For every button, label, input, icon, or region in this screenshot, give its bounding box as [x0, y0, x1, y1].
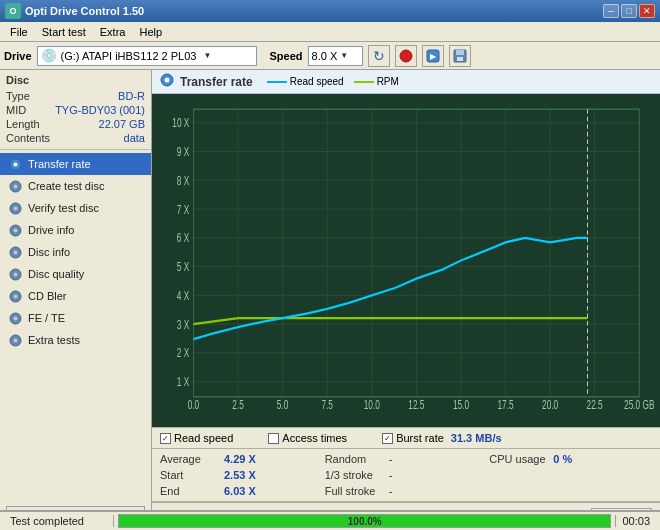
app-icon: O — [5, 3, 21, 19]
drive-selector[interactable]: 💿 (G:) ATAPI iHBS112 2 PL03 ▼ — [37, 46, 257, 66]
nav-cd-bler[interactable]: CD Bler — [0, 285, 151, 307]
legend-read-speed-color — [267, 81, 287, 83]
menu-help[interactable]: Help — [132, 24, 169, 40]
disc-row-length: Length 22.07 GB — [6, 117, 145, 131]
cb-burst-rate-label: Burst rate — [396, 432, 444, 444]
svg-text:20.0: 20.0 — [542, 398, 558, 411]
svg-text:0.0: 0.0 — [188, 398, 200, 411]
nav-drive-info-label: Drive info — [28, 224, 74, 236]
cb-read-speed-label: Read speed — [174, 432, 233, 444]
nav-create-test-disc-label: Create test disc — [28, 180, 104, 192]
svg-point-11 — [13, 206, 17, 210]
stat-third-stroke-value: - — [389, 469, 393, 481]
stat-full-stroke-label: Full stroke — [325, 485, 385, 497]
legend-read-speed-label: Read speed — [290, 76, 344, 87]
speed-value: 8.0 X — [312, 50, 338, 62]
cb-read-speed[interactable]: Read speed — [160, 432, 233, 444]
svg-point-17 — [13, 272, 17, 276]
svg-text:10 X: 10 X — [172, 117, 189, 130]
drive-label: Drive — [4, 50, 32, 62]
nav-drive-info[interactable]: Drive info — [0, 219, 151, 241]
svg-point-19 — [13, 294, 17, 298]
stat-row-cpu: CPU usage 0 % — [489, 452, 652, 466]
refresh-button[interactable]: ↻ — [368, 45, 390, 67]
svg-text:▶: ▶ — [430, 52, 437, 61]
stat-end-value: 6.03 X — [224, 485, 269, 497]
menu-start-test[interactable]: Start test — [35, 24, 93, 40]
disc-mid-label: MID — [6, 104, 26, 116]
stat-row-third-stroke: 1/3 stroke - — [325, 468, 488, 482]
main-layout: Disc Type BD-R MID TYG-BDY03 (001) Lengt… — [0, 70, 660, 530]
stats-area: Average 4.29 X Random - CPU usage 0 % St… — [152, 449, 660, 502]
speed-selector[interactable]: 8.0 X ▼ — [308, 46, 363, 66]
chart-title-icon — [160, 73, 174, 90]
checkbox-bar: Read speed Access times Burst rate 31.3 … — [152, 427, 660, 449]
cb-read-speed-box[interactable] — [160, 433, 171, 444]
disc-quality-icon — [8, 267, 22, 281]
nav-section: Transfer rate Create test disc Verify te… — [0, 150, 151, 502]
menu-extra[interactable]: Extra — [93, 24, 133, 40]
nav-transfer-rate-label: Transfer rate — [28, 158, 91, 170]
main-content: Transfer rate Read speed RPM — [152, 70, 660, 530]
status-text: Test completed — [4, 515, 114, 527]
burst-rate-value: 31.3 MB/s — [451, 432, 502, 444]
stat-average-label: Average — [160, 453, 220, 465]
close-button[interactable]: ✕ — [639, 4, 655, 18]
svg-point-9 — [13, 184, 17, 188]
stat-row-full-stroke: Full stroke - — [325, 484, 488, 498]
disc-row-type: Type BD-R — [6, 89, 145, 103]
nav-cd-bler-label: CD Bler — [28, 290, 67, 302]
svg-rect-5 — [457, 57, 463, 61]
action-btn-2[interactable]: ▶ — [422, 45, 444, 67]
stat-start-label: Start — [160, 469, 220, 481]
svg-point-21 — [13, 316, 17, 320]
svg-rect-4 — [456, 50, 464, 55]
svg-text:2.5: 2.5 — [232, 398, 244, 411]
nav-transfer-rate[interactable]: Transfer rate — [0, 153, 151, 175]
svg-text:2 X: 2 X — [177, 347, 189, 360]
svg-point-15 — [13, 250, 17, 254]
svg-point-13 — [13, 228, 17, 232]
nav-disc-quality[interactable]: Disc quality — [0, 263, 151, 285]
minimize-button[interactable]: ─ — [603, 4, 619, 18]
disc-contents-label: Contents — [6, 132, 50, 144]
cb-access-times-box[interactable] — [268, 433, 279, 444]
action-btn-1[interactable] — [395, 45, 417, 67]
cb-burst-rate[interactable]: Burst rate 31.3 MB/s — [382, 432, 501, 444]
svg-text:17.5: 17.5 — [497, 398, 513, 411]
disc-contents-value: data — [124, 132, 145, 144]
nav-verify-test-disc[interactable]: Verify test disc — [0, 197, 151, 219]
svg-text:4 X: 4 X — [177, 289, 189, 302]
sidebar: Disc Type BD-R MID TYG-BDY03 (001) Lengt… — [0, 70, 152, 530]
stat-row-empty-1 — [489, 468, 652, 482]
menu-bar: File Start test Extra Help — [0, 22, 660, 42]
stat-average-value: 4.29 X — [224, 453, 269, 465]
stat-end-label: End — [160, 485, 220, 497]
stat-cpu-label: CPU usage — [489, 453, 549, 465]
transfer-rate-chart: 10 X 9 X 8 X 7 X 6 X 5 X 4 X 3 X 2 X 1 X… — [152, 94, 660, 427]
svg-text:3 X: 3 X — [177, 318, 189, 331]
cb-access-times[interactable]: Access times — [268, 432, 347, 444]
disc-row-contents: Contents data — [6, 131, 145, 145]
svg-point-23 — [13, 338, 17, 342]
nav-disc-quality-label: Disc quality — [28, 268, 84, 280]
maximize-button[interactable]: □ — [621, 4, 637, 18]
nav-create-test-disc[interactable]: Create test disc — [0, 175, 151, 197]
speed-label: Speed — [270, 50, 303, 62]
transfer-rate-icon — [8, 157, 22, 171]
nav-extra-tests-label: Extra tests — [28, 334, 80, 346]
stat-random-label: Random — [325, 453, 385, 465]
speed-dropdown-arrow: ▼ — [340, 51, 348, 60]
nav-extra-tests[interactable]: Extra tests — [0, 329, 151, 351]
save-button[interactable] — [449, 45, 471, 67]
stat-third-stroke-label: 1/3 stroke — [325, 469, 385, 481]
legend-read-speed: Read speed — [267, 76, 344, 87]
progress-bar: 100.0% — [118, 514, 611, 528]
nav-disc-info[interactable]: Disc info — [0, 241, 151, 263]
menu-file[interactable]: File — [3, 24, 35, 40]
chart-container: 10 X 9 X 8 X 7 X 6 X 5 X 4 X 3 X 2 X 1 X… — [152, 94, 660, 427]
nav-fe-te[interactable]: FE / TE — [0, 307, 151, 329]
cb-burst-rate-box[interactable] — [382, 433, 393, 444]
svg-text:6 X: 6 X — [177, 232, 189, 245]
create-test-disc-icon — [8, 179, 22, 193]
